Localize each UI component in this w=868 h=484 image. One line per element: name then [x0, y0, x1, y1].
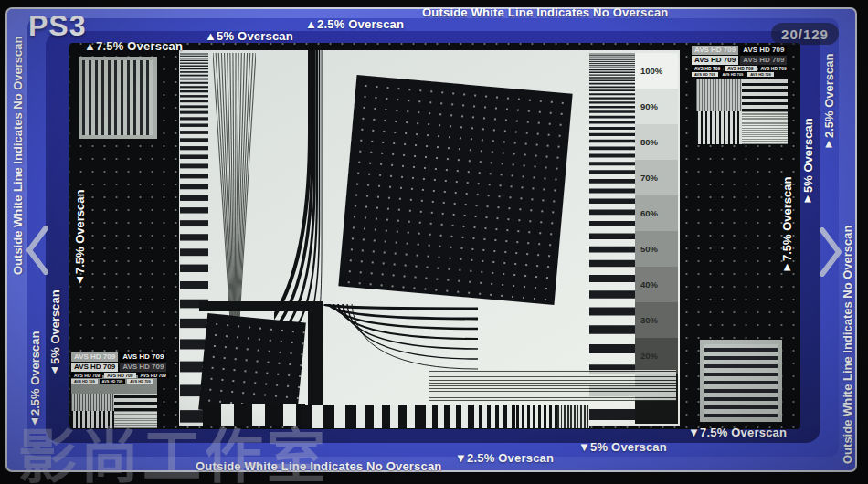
- overscan-5-label-left: ▲5% Overscan: [46, 270, 64, 398]
- gray-step-label: 60%: [635, 208, 658, 218]
- overscan-2-5-label-top: ▲2.5% Overscan: [305, 17, 404, 31]
- chevron-right-icon: [817, 226, 844, 278]
- gray-step: 90%: [635, 89, 678, 124]
- avs-chip: AVS HD 709: [120, 363, 166, 372]
- gray-step-label: 20%: [635, 351, 658, 361]
- center-chart-panel: 100% 90% 80% 70% 60% 50% 40% 30% 20%: [179, 50, 680, 426]
- res-bars: [420, 405, 471, 428]
- avs-chip: AVS HD 709: [71, 379, 98, 384]
- gray-step: 60%: [635, 195, 678, 231]
- stripe-cell: [696, 79, 742, 111]
- gray-step: 30%: [635, 302, 678, 338]
- avs-chip: AVS HD 709: [692, 72, 718, 77]
- resolution-bar-wedge-bottom: [302, 405, 589, 428]
- next-photo-chevron[interactable]: [817, 226, 844, 281]
- avs-chip: AVS HD 709: [725, 66, 756, 71]
- avs-chip: AVS HD 709: [120, 352, 166, 362]
- avs-chip: AVS HD 709: [71, 363, 118, 372]
- avs-chip: AVS HD 709: [720, 72, 746, 77]
- gray-step-label: 100%: [635, 66, 662, 76]
- stripe-cell: [742, 79, 788, 111]
- gray-step-label: 40%: [635, 279, 658, 289]
- gray-step: 40%: [635, 267, 678, 302]
- converging-line-fan: [213, 53, 256, 318]
- overscan-7-5-label-top: ▲7.5% Overscan: [84, 39, 183, 53]
- overscan-2-5-label-bottom: ▼2.5% Overscan: [455, 451, 554, 465]
- avs-chip: AVS HD 709: [138, 373, 169, 378]
- overscan-2-5-label-right: ▼2.5% Overscan: [820, 42, 838, 163]
- overscan-5-label-bottom: ▼5% Overscan: [578, 440, 667, 454]
- avs-chip: AVS HD 709: [71, 352, 118, 362]
- avs-chip: AVS HD 709: [758, 66, 789, 71]
- avs-chip: AVS HD 709: [747, 72, 774, 77]
- overscan-5-label-right: ▼5% Overscan: [799, 100, 817, 225]
- overscan-5-label-top: ▲5% Overscan: [205, 29, 293, 43]
- avs-chip: AVS HD 709: [692, 66, 723, 71]
- res-bars: [471, 405, 516, 428]
- rotated-dot-square-large: [338, 75, 572, 305]
- avs-chip: AVS HD 709: [104, 373, 135, 378]
- horizontal-trumpet-wedge: [323, 304, 478, 377]
- avs-chip: AVS HD 709: [127, 379, 153, 384]
- corner-bracket-right: [308, 301, 323, 420]
- overscan-stripe-square-bottom-right: [700, 340, 782, 422]
- res-bars: [557, 405, 589, 428]
- test-pattern-area: AVS HD 709 AVS HD 709 AVS HD 709 AVS HD …: [69, 43, 800, 429]
- stripe-cell: [742, 111, 788, 144]
- corner-bracket-top: [199, 301, 323, 311]
- gray-step-label: 90%: [635, 101, 658, 111]
- avs-chip: AVS HD 709: [100, 379, 126, 384]
- gray-step: 100%: [635, 53, 678, 89]
- avs-chip: AVS HD 709: [740, 56, 787, 65]
- grayscale-step-column: 100% 90% 80% 70% 60% 50% 40% 30% 20%: [635, 53, 678, 424]
- avs-chip: AVS HD 709: [740, 46, 787, 55]
- studio-watermark: 影尚工作室: [18, 409, 329, 484]
- horizontal-bar-wedge-right: [589, 53, 635, 424]
- gray-step-label: 30%: [635, 315, 658, 325]
- device-label: PS3: [28, 9, 86, 43]
- overscan-stripe-square-top-left: [79, 57, 157, 139]
- gray-step-label: 80%: [635, 137, 658, 147]
- photo-counter-badge: 20/129: [771, 23, 839, 45]
- gray-step: 50%: [635, 231, 678, 267]
- vertical-trumpet-wedge: [274, 50, 325, 324]
- res-bars: [365, 405, 420, 428]
- gray-step-label: 70%: [635, 173, 658, 183]
- no-overscan-label-top: Outside White Line Indicates No Overscan: [422, 5, 669, 19]
- gray-step: 80%: [635, 124, 678, 160]
- overscan-7-5-label-left: ▲7.5% Overscan: [70, 174, 90, 303]
- gray-step-label: 50%: [635, 244, 658, 254]
- tv-screen-photo: AVS HD 709 AVS HD 709 AVS HD 709 AVS HD …: [0, 0, 868, 484]
- chevron-left-icon: [24, 225, 51, 276]
- avs-chip: AVS HD 709: [692, 46, 738, 55]
- gray-step: 20%: [635, 338, 678, 374]
- gray-step: 70%: [635, 160, 678, 195]
- stripe-cell: [696, 111, 742, 144]
- avs-label-stack-bottom-left: AVS HD 709 AVS HD 709 AVS HD 709 AVS HD …: [71, 352, 169, 384]
- overscan-7-5-label-bottom: ▼7.5% Overscan: [688, 426, 787, 439]
- avs-chip: AVS HD 709: [71, 373, 102, 378]
- avs-chip: AVS HD 709: [692, 56, 738, 65]
- fine-horizontal-lines: [429, 370, 676, 401]
- avs-label-stack-top-right: AVS HD 709 AVS HD 709 AVS HD 709 AVS HD …: [692, 46, 789, 77]
- resolution-quad-top-right: [696, 79, 788, 144]
- overscan-7-5-label-right: ▼7.5% Overscan: [778, 161, 797, 290]
- res-bars: [516, 405, 557, 428]
- previous-photo-chevron[interactable]: [24, 225, 51, 279]
